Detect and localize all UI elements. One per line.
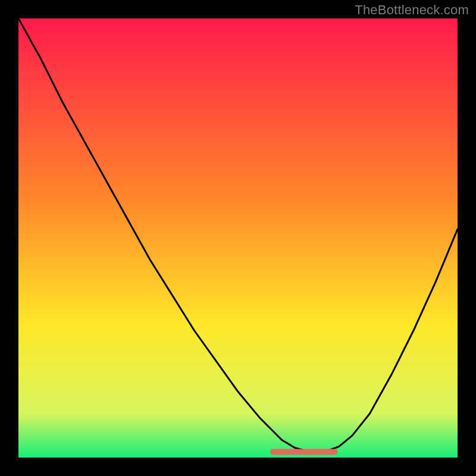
chart-svg bbox=[18, 18, 458, 458]
watermark-text: TheBottleneck.com bbox=[355, 2, 469, 18]
chart-frame: TheBottleneck.com bbox=[0, 0, 476, 476]
plot-area bbox=[18, 18, 458, 458]
